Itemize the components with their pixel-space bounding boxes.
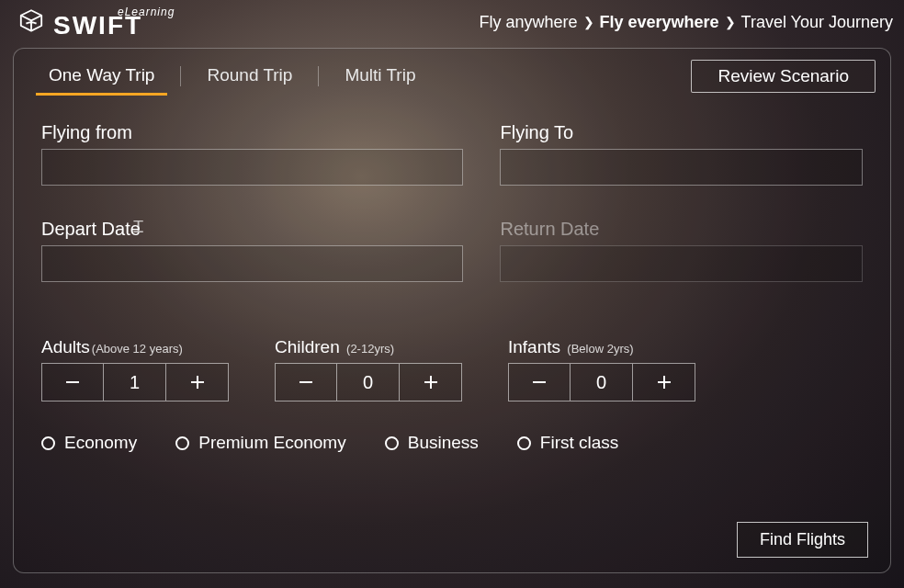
flying-from-field: Flying from <box>41 122 463 186</box>
infants-increment[interactable] <box>633 363 695 401</box>
flying-to-label: Flying To <box>500 122 863 143</box>
radio-icon <box>517 436 531 450</box>
adults-increment[interactable] <box>166 363 229 401</box>
logo-title: SWIFT <box>53 14 175 37</box>
radio-icon <box>385 436 399 450</box>
radio-business[interactable]: Business <box>385 433 479 453</box>
logo: eLearning SWIFT <box>17 7 175 37</box>
depart-date-input[interactable] <box>41 245 463 282</box>
adults-group: Adults(Above 12 years) 1 <box>41 337 229 401</box>
adults-label: Adults <box>41 337 90 356</box>
radio-premium-label: Premium Economy <box>198 433 346 453</box>
radio-icon <box>175 436 189 450</box>
depart-date-label: Depart Date <box>41 219 463 240</box>
children-decrement[interactable] <box>275 363 337 401</box>
logo-icon <box>17 7 46 37</box>
children-stepper: 0 <box>275 363 462 401</box>
flying-to-field: Flying To <box>500 122 863 186</box>
tab-round-trip[interactable]: Round Trip <box>186 58 312 95</box>
children-hint: (2-12yrs) <box>346 342 394 356</box>
trip-type-tabs: One Way Trip Round Trip Multi Trip Revie… <box>14 49 890 95</box>
booking-panel: One Way Trip Round Trip Multi Trip Revie… <box>13 48 891 573</box>
radio-business-label: Business <box>408 433 479 453</box>
radio-economy-label: Economy <box>64 433 137 453</box>
find-flights-button[interactable]: Find Flights <box>737 522 868 558</box>
radio-first-class[interactable]: First class <box>517 433 619 453</box>
children-group: Children (2-12yrs) 0 <box>275 337 462 401</box>
app-header: eLearning SWIFT Fly anywhere ❯ Fly every… <box>0 0 904 44</box>
radio-icon <box>41 436 55 450</box>
infants-hint: (Below 2yrs) <box>567 342 633 356</box>
nav-travel-journey[interactable]: Travel Your Journery <box>741 13 893 32</box>
adults-hint: (Above 12 years) <box>92 342 183 356</box>
class-options: Economy Premium Economy Business First c… <box>41 433 863 453</box>
divider <box>318 66 319 86</box>
return-date-input <box>500 245 863 282</box>
flying-from-input[interactable] <box>41 149 463 186</box>
flying-from-label: Flying from <box>41 122 463 143</box>
nav-fly-anywhere[interactable]: Fly anywhere <box>479 13 577 32</box>
infants-label: Infants <box>508 337 560 356</box>
radio-first-label: First class <box>540 433 619 453</box>
adults-decrement[interactable] <box>41 363 104 401</box>
infants-stepper: 0 <box>508 363 695 401</box>
infants-decrement[interactable] <box>508 363 571 401</box>
nav-fly-everywhere[interactable]: Fly everywhere <box>600 13 719 32</box>
adults-value: 1 <box>104 363 166 401</box>
return-date-field: Return Date <box>500 219 863 282</box>
chevron-right-icon: ❯ <box>583 15 594 29</box>
divider <box>180 66 181 86</box>
depart-date-field: Depart Date <box>41 219 463 282</box>
children-label: Children <box>275 337 340 356</box>
infants-group: Infants (Below 2yrs) 0 <box>508 337 695 401</box>
infants-value: 0 <box>571 363 633 401</box>
children-value: 0 <box>337 363 400 401</box>
flying-to-input[interactable] <box>500 149 863 186</box>
radio-economy[interactable]: Economy <box>41 433 137 453</box>
breadcrumb: Fly anywhere ❯ Fly everywhere ❯ Travel Y… <box>479 13 893 32</box>
review-scenario-button[interactable]: Review Scenario <box>691 60 876 93</box>
adults-stepper: 1 <box>41 363 229 401</box>
chevron-right-icon: ❯ <box>725 15 736 29</box>
return-date-label: Return Date <box>500 219 863 240</box>
radio-premium-economy[interactable]: Premium Economy <box>175 433 346 453</box>
tab-one-way[interactable]: One Way Trip <box>28 58 175 95</box>
children-increment[interactable] <box>400 363 462 401</box>
tab-multi-trip[interactable]: Multi Trip <box>324 58 435 95</box>
